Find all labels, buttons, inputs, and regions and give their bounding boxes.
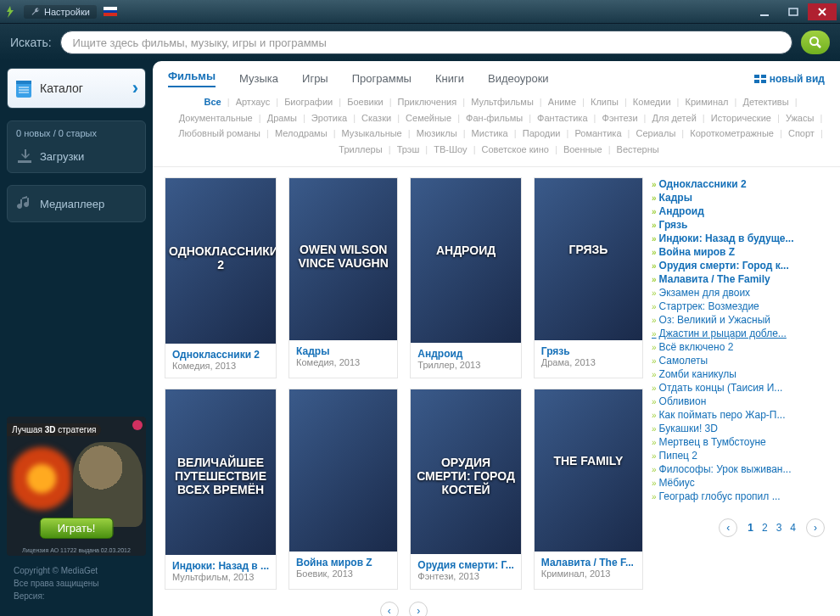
movie-card[interactable]: Война миров ZБоевик, 2013 — [288, 389, 398, 590]
genre-детективы[interactable]: Детективы — [740, 94, 792, 110]
genre-документальные[interactable]: Документальные — [176, 110, 256, 126]
sidelist-item[interactable]: »Индюки: Назад в будуще... — [652, 232, 828, 245]
sidelist-item[interactable]: »Мертвец в Тумбстоуне — [652, 435, 828, 449]
sidelist-prev-button[interactable]: ‹ — [719, 518, 737, 537]
movie-card[interactable]: THE FAMILYМалавита / The F...Криминал, 2… — [534, 389, 643, 590]
genre-артхаус[interactable]: Артхаус — [232, 94, 274, 110]
genre-комедии[interactable]: Комедии — [630, 94, 675, 110]
genre-биографии[interactable]: Биографии — [281, 94, 336, 110]
sidelist-item[interactable]: »Географ глобус пропил ... — [652, 490, 828, 503]
genre-романтика[interactable]: Романтика — [571, 126, 624, 142]
genre-клипы[interactable]: Клипы — [587, 94, 622, 110]
genre-эротика[interactable]: Эротика — [308, 110, 350, 126]
movie-card[interactable]: ВЕЛИЧАЙШЕЕ ПУТЕШЕСТВИЕ ВСЕХ ВРЕМЁНИндюки… — [165, 389, 277, 590]
new-view-toggle[interactable]: новый вид — [754, 73, 825, 85]
genre-триллеры[interactable]: Триллеры — [335, 142, 385, 158]
genre-музыкальные[interactable]: Музыкальные — [339, 126, 406, 142]
genre-мюзиклы[interactable]: Мюзиклы — [413, 126, 461, 142]
genre-для детей[interactable]: Для детей — [649, 110, 700, 126]
sidelist-item[interactable]: »Джастин и рыцари добле... — [652, 327, 828, 340]
sidelist-item[interactable]: »Экзамен для двоих — [652, 286, 828, 300]
genre-советское кино[interactable]: Советское кино — [479, 142, 552, 158]
genre-трэш[interactable]: Трэш — [394, 142, 423, 158]
genre-сказки[interactable]: Сказки — [358, 110, 395, 126]
movie-card[interactable]: OWEN WILSON VINCE VAUGHNКадрыКомедия, 20… — [288, 177, 398, 378]
genre-драмы[interactable]: Драмы — [264, 110, 300, 126]
genre-мультфильмы[interactable]: Мультфильмы — [468, 94, 537, 110]
genre-любовный романы[interactable]: Любовный романы — [175, 126, 264, 142]
nav-books[interactable]: Книги — [435, 72, 464, 85]
nav-music[interactable]: Музыка — [239, 72, 278, 85]
genre-спорт[interactable]: Спорт — [785, 126, 818, 142]
genre-военные[interactable]: Военные — [560, 142, 606, 158]
sidelist-item[interactable]: »Zомби каникулы — [652, 367, 828, 381]
sidelist-item[interactable]: »Философы: Урок выживан... — [652, 462, 828, 476]
movie-card[interactable]: ОДНОКЛАССНИКИ 2Одноклассники 2Комедия, 2… — [165, 177, 277, 378]
search-button[interactable] — [801, 31, 830, 54]
genre-мистика[interactable]: Мистика — [468, 126, 512, 142]
minimize-button[interactable] — [750, 3, 779, 20]
genre-мелодрамы[interactable]: Мелодрамы — [272, 126, 331, 142]
sidelist-item[interactable]: »Пипец 2 — [652, 449, 828, 462]
genre-аниме[interactable]: Аниме — [545, 94, 580, 110]
ad-play-button[interactable]: Играть! — [40, 518, 114, 539]
sidelist-item[interactable]: »Самолеты — [652, 354, 828, 367]
page-2[interactable]: 2 — [760, 522, 770, 534]
flag-ru-icon[interactable] — [104, 7, 117, 16]
sidelist-item[interactable]: »Стартрек: Возмездие — [652, 300, 828, 313]
close-button[interactable] — [808, 3, 837, 20]
genre-вестерны[interactable]: Вестерны — [613, 142, 663, 158]
genre-криминал[interactable]: Криминал — [682, 94, 732, 110]
nav-films[interactable]: Фильмы — [168, 70, 216, 87]
genre-пародии[interactable]: Пародии — [519, 126, 564, 142]
genre-семейные[interactable]: Семейные — [402, 110, 455, 126]
sidelist-item[interactable]: »Всё включено 2 — [652, 340, 828, 354]
sidebar-item-mediaplayer[interactable]: Медиаплеер — [7, 185, 146, 222]
sidelist-item[interactable]: »Орудия смерти: Город к... — [652, 259, 828, 272]
sidebar-ad[interactable]: Лучшая 3D стратегия Играть! Лицензия АО … — [7, 417, 146, 556]
ad-license: Лицензия АО 11722 выдана 02.03.2012 — [7, 547, 146, 553]
genre-короткометражные[interactable]: Короткометражные — [686, 126, 777, 142]
genre-все[interactable]: Все — [200, 94, 224, 110]
genre-приключения[interactable]: Приключения — [395, 94, 461, 110]
sidebar-item-catalog[interactable]: Каталог › — [7, 68, 146, 109]
genre-фэнтези[interactable]: Фэнтези — [599, 110, 641, 126]
genre-сериалы[interactable]: Сериалы — [633, 126, 680, 142]
genre-исторические[interactable]: Исторические — [708, 110, 775, 126]
genre-фантастика[interactable]: Фантастика — [534, 110, 591, 126]
genre-боевики[interactable]: Боевики — [344, 94, 386, 110]
sidelist-item[interactable]: »Грязь — [652, 218, 828, 232]
sidelist-item[interactable]: »Малавита / The Family — [652, 272, 828, 286]
genre-тв-шоу[interactable]: ТВ-Шоу — [430, 142, 470, 158]
sidelist-item[interactable]: »Кадры — [652, 191, 828, 204]
sidelist-next-button[interactable]: › — [806, 518, 825, 537]
movie-card[interactable]: АНДРОИДАндроидТриллер, 2013 — [410, 177, 522, 378]
search-input[interactable] — [60, 31, 792, 54]
sidelist-item[interactable]: »Мёбиус — [652, 476, 828, 490]
page-1[interactable]: 1 — [746, 522, 755, 534]
sidelist-item[interactable]: »Букашки! 3D — [652, 422, 828, 435]
sidelist-item[interactable]: »Отдать концы (Таисия И... — [652, 381, 828, 395]
sidelist-item[interactable]: »Как поймать перо Жар-П... — [652, 408, 828, 422]
genre-ужасы[interactable]: Ужасы — [782, 110, 818, 126]
nav-videolessons[interactable]: Видеоуроки — [488, 72, 549, 85]
sidelist-item[interactable]: »Война миров Z — [652, 245, 828, 259]
settings-button[interactable]: Настройки — [24, 5, 97, 19]
sidebar-item-downloads[interactable]: 0 новых / 0 старых Загрузки — [7, 120, 146, 173]
page-4[interactable]: 4 — [788, 522, 798, 534]
grid-next-button[interactable]: › — [409, 602, 428, 616]
maximize-button[interactable] — [779, 3, 808, 20]
copyright: Copyright © MediaGet Все права защищены … — [7, 564, 146, 609]
genre-фан-фильмы[interactable]: Фан-фильмы — [462, 110, 526, 126]
sidelist-item[interactable]: »Андроид — [652, 204, 828, 218]
movie-card[interactable]: ГРЯЗЬГрязьДрама, 2013 — [534, 177, 643, 378]
nav-programs[interactable]: Программы — [352, 72, 412, 85]
sidelist-item[interactable]: »Обливион — [652, 395, 828, 408]
grid-prev-button[interactable]: ‹ — [380, 602, 399, 616]
nav-games[interactable]: Игры — [302, 72, 328, 85]
sidelist-item[interactable]: »Одноклассники 2 — [652, 177, 828, 191]
bullet-icon: » — [652, 261, 657, 271]
sidelist-item[interactable]: »Оз: Великий и Ужасный — [652, 313, 828, 327]
page-3[interactable]: 3 — [775, 522, 784, 534]
movie-card[interactable]: ОРУДИЯ СМЕРТИ: ГОРОД КОСТЕЙОрудия смерти… — [410, 389, 522, 590]
